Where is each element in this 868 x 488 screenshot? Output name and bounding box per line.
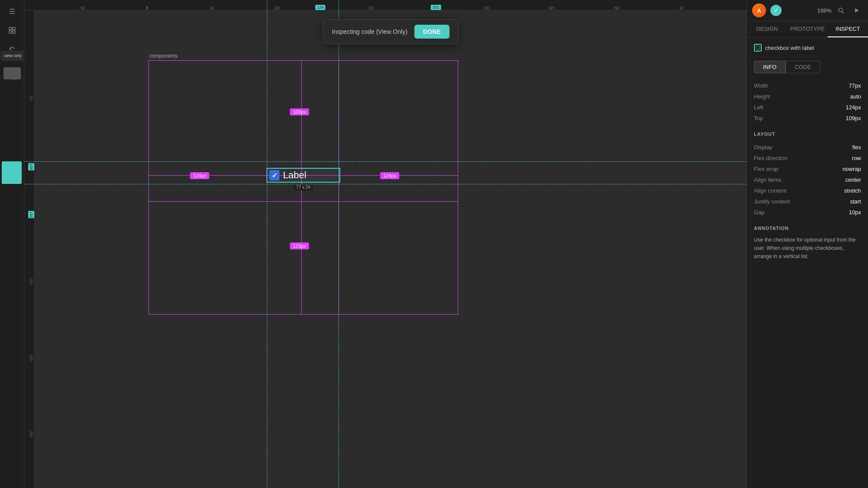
user-avatar: A: [752, 3, 766, 17]
guide-vertical-right: [339, 0, 339, 488]
flex-direction-label: Flex direction: [754, 155, 787, 161]
left-label: Left: [754, 104, 763, 111]
height-label: Height: [754, 93, 770, 100]
height-value: auto: [850, 93, 861, 100]
inspect-banner: Inspecting code (View Only) DONE: [323, 19, 459, 44]
component-icon: [754, 44, 762, 52]
tab-info[interactable]: INFO: [754, 61, 786, 73]
prop-flex-direction: Flex direction row: [754, 153, 861, 164]
prop-display: Display flex: [754, 142, 861, 153]
ruler-marker-201: 201: [431, 5, 441, 10]
top-value: 109px: [846, 115, 861, 121]
component-frame-label: components: [149, 53, 178, 59]
guide-vertical-left: [267, 0, 267, 488]
annotation-text: Use the checkbox for optional input from…: [754, 236, 861, 261]
ruler-tick: 50: [210, 6, 214, 10]
ruler-tick: 40: [679, 6, 684, 10]
ruler-tick: -50: [79, 6, 85, 10]
canvas-content: components 109px 124px 124px 123px: [35, 10, 746, 488]
prop-align-items: Align items center: [754, 174, 861, 185]
right-panel: A ✓ 198% DESIGN PROTOTYPE INSPECT checkb…: [746, 0, 868, 488]
measure-badge-left: 124px: [190, 172, 209, 179]
checkmark-icon: ✓: [272, 171, 277, 180]
prop-left: Left 124px: [754, 102, 861, 113]
prop-height: Height auto: [754, 91, 861, 102]
align-content-value: stretch: [844, 187, 861, 194]
svg-rect-3: [13, 31, 15, 33]
svg-point-5: [839, 8, 843, 12]
gap-label: Gap: [754, 209, 765, 216]
done-button[interactable]: DONE: [414, 25, 449, 39]
ruler-tick: 250: [483, 6, 490, 10]
play-button[interactable]: [851, 4, 863, 16]
properties-section: Width 77px Height auto Left 124px Top 10…: [747, 78, 868, 126]
left-sidebar: ☰ view only: [0, 0, 24, 488]
tab-inspect[interactable]: INSPECT: [828, 21, 868, 37]
prop-gap: Gap 10px: [754, 207, 861, 218]
search-button[interactable]: [835, 4, 847, 16]
grid-icon[interactable]: [4, 23, 20, 38]
horizontal-grid-line-2: [148, 201, 458, 202]
measure-badge-bottom: 123px: [290, 242, 309, 249]
ruler-marker-133: 133: [28, 211, 34, 218]
checkbox-visual: ✓: [269, 170, 279, 180]
justify-content-value: start: [850, 198, 861, 205]
selected-checkbox-element[interactable]: ✓ Label 77 x 24: [266, 168, 340, 183]
panel-tabs: DESIGN PROTOTYPE INSPECT: [747, 21, 868, 38]
inspect-banner-text: Inspecting code (View Only): [332, 28, 408, 35]
component-title-text: checkbox with label: [765, 45, 814, 51]
view-only-badge: view only: [1, 51, 25, 60]
annotation-section-header: ANNOTATION: [747, 220, 868, 233]
ruler-tick-v: 50: [29, 96, 34, 101]
canvas-area: -50 0 50 100 124 150 201 250 300 350 40 …: [24, 0, 746, 488]
measure-badge-right: 124px: [380, 172, 399, 179]
svg-rect-2: [9, 31, 12, 33]
prop-width: Width 77px: [754, 80, 861, 91]
width-label: Width: [754, 82, 768, 89]
ruler-left: 50 109 133 200 250 300: [24, 10, 35, 488]
prop-top: Top 109px: [754, 113, 861, 124]
measure-badge-top: 109px: [290, 108, 309, 115]
flex-wrap-label: Flex wrap: [754, 166, 778, 172]
label-text: Label: [283, 170, 306, 181]
check-badge: ✓: [769, 4, 783, 17]
width-value: 77px: [849, 82, 861, 89]
ruler-tick-v: 200: [29, 278, 34, 285]
teal-swatch: [2, 161, 22, 184]
annotation-section: Use the checkbox for optional input from…: [747, 233, 868, 264]
layout-section: Display flex Flex direction row Flex wra…: [747, 139, 868, 220]
prop-justify-content: Justify content start: [754, 196, 861, 207]
tab-prototype[interactable]: PROTOTYPE: [787, 21, 828, 37]
justify-content-label: Justify content: [754, 198, 790, 205]
ruler-marker-124: 124: [316, 5, 326, 10]
align-content-label: Align content: [754, 187, 786, 194]
prop-flex-wrap: Flex wrap nowrap: [754, 164, 861, 174]
info-code-tabs: INFO CODE: [747, 56, 868, 78]
display-label: Display: [754, 144, 773, 151]
align-items-value: center: [845, 177, 861, 183]
right-panel-header: A ✓ 198%: [747, 0, 868, 21]
component-title-bar: checkbox with label: [747, 38, 868, 56]
svg-rect-0: [9, 27, 12, 30]
ruler-top: -50 0 50 100 124 150 201 250 300 350 40: [24, 0, 746, 10]
tab-code[interactable]: CODE: [786, 61, 820, 73]
size-tooltip: 77 x 24: [294, 184, 313, 190]
ruler-tick: 300: [548, 6, 555, 10]
hamburger-icon[interactable]: ☰: [4, 3, 20, 19]
flex-direction-value: row: [852, 155, 861, 161]
guide-horizontal-top: [24, 161, 746, 162]
top-label: Top: [754, 115, 763, 121]
guide-horizontal-bottom: [24, 184, 746, 184]
ruler-tick-v: 250: [29, 354, 34, 361]
ruler-marker-109: 109: [28, 163, 34, 170]
zoom-level: 198%: [817, 7, 832, 14]
flex-wrap-value: nowrap: [842, 166, 861, 172]
layout-section-header: LAYOUT: [747, 126, 868, 139]
ruler-tick: 350: [613, 6, 620, 10]
ruler-tick-v: 300: [29, 431, 34, 437]
gap-value: 10px: [849, 209, 861, 216]
display-value: flex: [852, 144, 861, 151]
ruler-tick: 100: [274, 6, 280, 10]
tab-design[interactable]: DESIGN: [747, 21, 787, 37]
color-swatch-dark: [3, 67, 21, 79]
